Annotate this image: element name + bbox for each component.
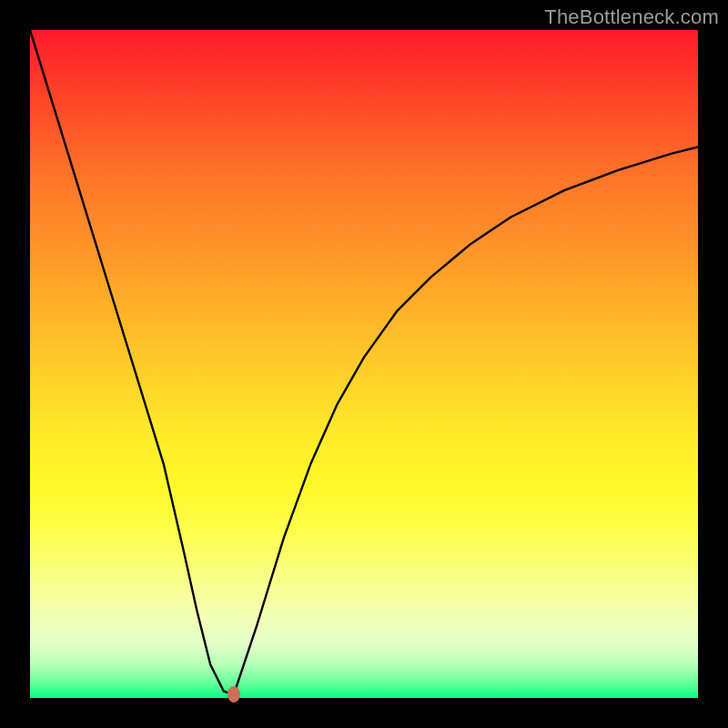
chart-frame: TheBottleneck.com bbox=[0, 0, 728, 728]
optimal-point-marker bbox=[228, 686, 240, 703]
watermark-text: TheBottleneck.com bbox=[544, 5, 719, 29]
plot-area bbox=[30, 30, 698, 698]
bottleneck-curve bbox=[30, 30, 698, 698]
